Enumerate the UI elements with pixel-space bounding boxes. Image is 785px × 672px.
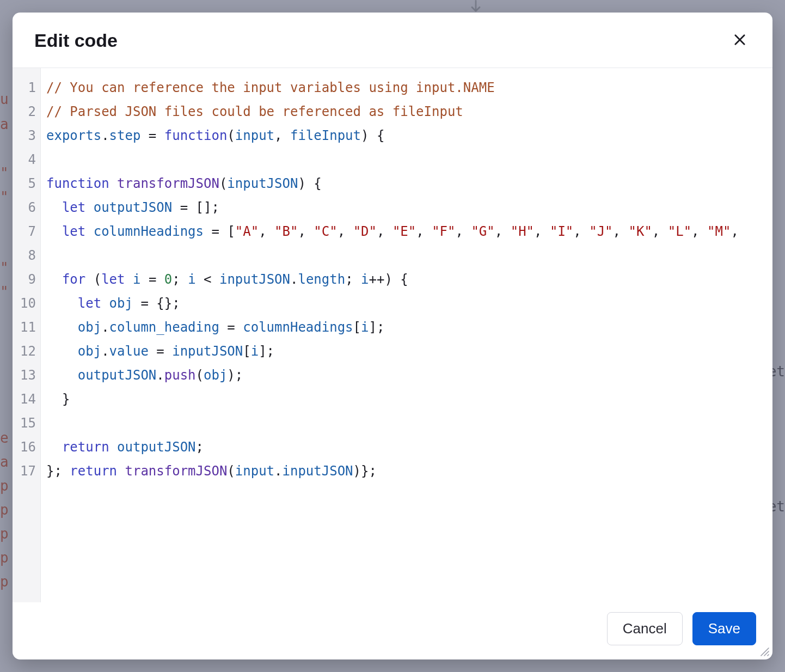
- edit-code-modal: Edit code 1234567891011121314151617 // Y…: [13, 13, 772, 659]
- line-number: 3: [13, 124, 40, 148]
- code-line[interactable]: }: [46, 387, 772, 411]
- code-line[interactable]: outputJSON.push(obj);: [46, 363, 772, 387]
- code-line[interactable]: for (let i = 0; i < inputJSON.length; i+…: [46, 267, 772, 291]
- resize-handle-icon[interactable]: [759, 646, 769, 656]
- code-content[interactable]: // You can reference the input variables…: [41, 68, 772, 602]
- line-number: 14: [13, 387, 40, 411]
- line-number: 17: [13, 459, 40, 483]
- line-number: 10: [13, 291, 40, 315]
- modal-title: Edit code: [34, 30, 118, 51]
- save-button[interactable]: Save: [692, 612, 756, 645]
- code-line[interactable]: let obj = {};: [46, 291, 772, 315]
- line-number: 12: [13, 339, 40, 363]
- code-line[interactable]: // Parsed JSON files could be referenced…: [46, 100, 772, 124]
- line-number: 7: [13, 219, 40, 243]
- line-number: 1: [13, 76, 40, 100]
- line-number: 8: [13, 243, 40, 267]
- code-line[interactable]: return outputJSON;: [46, 435, 772, 459]
- line-number: 13: [13, 363, 40, 387]
- code-line[interactable]: [46, 243, 772, 267]
- code-line[interactable]: // You can reference the input variables…: [46, 76, 772, 100]
- flow-arrow-down-icon: [468, 0, 483, 13]
- modal-footer: Cancel Save: [13, 602, 772, 659]
- line-number: 2: [13, 100, 40, 124]
- code-line[interactable]: let columnHeadings = ["A", "B", "C", "D"…: [46, 219, 772, 243]
- code-line[interactable]: let outputJSON = [];: [46, 196, 772, 219]
- line-number: 6: [13, 196, 40, 219]
- code-line[interactable]: }; return transformJSON(input.inputJSON)…: [46, 459, 772, 483]
- code-line[interactable]: [46, 148, 772, 172]
- code-line[interactable]: [46, 411, 772, 435]
- line-number-gutter: 1234567891011121314151617: [13, 68, 41, 602]
- code-line[interactable]: exports.step = function(input, fileInput…: [46, 124, 772, 148]
- line-number: 4: [13, 148, 40, 172]
- code-line[interactable]: obj.value = inputJSON[i];: [46, 339, 772, 363]
- code-line[interactable]: obj.column_heading = columnHeadings[i];: [46, 315, 772, 339]
- close-icon: [732, 32, 747, 49]
- line-number: 9: [13, 267, 40, 291]
- code-editor[interactable]: 1234567891011121314151617 // You can ref…: [13, 68, 772, 602]
- modal-header: Edit code: [13, 13, 772, 68]
- line-number: 16: [13, 435, 40, 459]
- close-button[interactable]: [729, 29, 751, 52]
- code-line[interactable]: function transformJSON(inputJSON) {: [46, 172, 772, 196]
- line-number: 15: [13, 411, 40, 435]
- cancel-button[interactable]: Cancel: [607, 612, 683, 645]
- line-number: 11: [13, 315, 40, 339]
- line-number: 5: [13, 172, 40, 196]
